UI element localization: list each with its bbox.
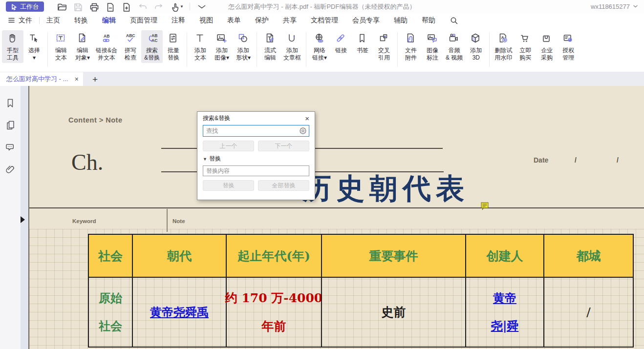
new-tab-button[interactable]: +: [92, 75, 98, 84]
more-tools-button[interactable]: [196, 2, 206, 12]
toolbar-item-license-manage[interactable]: 授权管理: [558, 30, 579, 63]
menu-item-page-manage[interactable]: 页面管理: [130, 16, 157, 25]
add-article-box-icon: [286, 32, 299, 45]
toolbar-separator: [397, 32, 398, 67]
toolbar-item-hand-tool[interactable]: 手型工具: [2, 30, 23, 63]
menu-item-view[interactable]: 视图: [199, 16, 213, 25]
comments-panel-icon[interactable]: [5, 142, 16, 152]
svg-text:AC: AC: [151, 38, 157, 43]
flow-edit-icon: [264, 32, 277, 45]
toolbar-item-file-attachment[interactable]: 文件附件: [400, 30, 422, 63]
undo-button[interactable]: [137, 2, 147, 12]
user-account[interactable]: wx118615277: [591, 3, 638, 10]
panel-expand-handle[interactable]: [21, 216, 25, 223]
menu-item-protect[interactable]: 保护: [255, 16, 269, 25]
toolbar-item-add-3d[interactable]: 添加3D: [465, 30, 487, 63]
menu-search-icon[interactable]: [450, 16, 458, 25]
pages-panel-icon[interactable]: [5, 120, 16, 130]
toolbar-item-add-article-box[interactable]: 添加文章框: [281, 30, 303, 63]
toolbar-item-add-image[interactable]: 添加图像▾: [211, 30, 233, 63]
replace-button[interactable]: 替换: [203, 180, 254, 191]
window-title: 怎么面对高中学习 - 副本.pdf - 福昕PDF编辑器（未经授权的产品）: [229, 2, 416, 11]
toolbar-item-enterprise-purchase[interactable]: 企业采购: [536, 30, 558, 63]
toolbar-item-add-shape[interactable]: 添加形状▾: [233, 30, 254, 63]
left-panel-bar: [0, 86, 21, 349]
founder-link[interactable]: 黄帝: [493, 290, 516, 306]
find-input[interactable]: [203, 125, 309, 137]
replace-input[interactable]: [203, 165, 309, 176]
header-cell-capital: 都城: [543, 235, 633, 277]
save-button[interactable]: [73, 2, 83, 12]
toolbar-separator: [187, 32, 187, 67]
toolbar-item-audio-video[interactable]: 音频& 视频: [443, 30, 465, 63]
menu-item-member[interactable]: 会员专享: [352, 16, 380, 25]
menu-item-help[interactable]: 帮助: [422, 16, 435, 25]
document-tab[interactable]: 怎么面对高中学习 - ... ×: [0, 72, 83, 86]
toolbar-item-link-merge-text[interactable]: AB 链接&合并文本: [93, 30, 120, 63]
next-button[interactable]: 下一个: [258, 141, 309, 151]
document-title: 历史朝代表: [303, 170, 469, 208]
workspace-label: 工作台: [20, 2, 39, 11]
audio-video-icon: [448, 32, 461, 45]
redo-button[interactable]: [153, 2, 163, 12]
cross-reference-icon: [378, 32, 391, 45]
menu-file-label: 文件: [19, 16, 32, 25]
bookmarks-panel-icon[interactable]: [5, 98, 16, 108]
open-file-button[interactable]: [57, 2, 66, 12]
toolbar-item-web-link[interactable]: 网络链接▾: [309, 30, 330, 63]
toolbar-item-select[interactable]: 选择▾: [23, 30, 45, 63]
toolbar-item-buy-now[interactable]: 立即购买: [515, 30, 536, 63]
page-add-button[interactable]: [121, 2, 131, 12]
founder-link[interactable]: 尧|舜: [491, 318, 519, 334]
tab-label: 怎么面对高中学习 - ...: [6, 75, 68, 83]
toolbar-item-cross-reference[interactable]: 交叉引用: [373, 30, 395, 63]
toolbar-item-remove-trial-watermark[interactable]: A 删除试用水印: [492, 30, 515, 63]
menu-item-comment[interactable]: 注释: [172, 16, 185, 25]
header-cell-period: 起止年代(年): [226, 235, 321, 277]
toolbar-item-add-text[interactable]: 添加文本: [190, 30, 211, 63]
search-options-gear-icon[interactable]: [299, 127, 307, 135]
toolbar-item-search-replace[interactable]: ABAC 搜索&替换: [141, 30, 163, 63]
header-cell-founder: 创建人: [465, 235, 543, 277]
app-window: 工作台 ▼ 怎么面对高中学习 - 副本.pdf - 福昕PDF编辑器（未经授权的…: [0, 0, 644, 349]
menu-item-home[interactable]: 主页: [46, 16, 60, 25]
replace-section-toggle[interactable]: ▼ 替换: [203, 155, 309, 163]
menu-item-assist[interactable]: 辅助: [394, 16, 408, 25]
dynasty-link[interactable]: 黄帝尧舜禹: [150, 305, 209, 320]
print-button[interactable]: [89, 2, 99, 12]
menu-item-convert[interactable]: 转换: [74, 16, 88, 25]
tab-close-icon[interactable]: ×: [75, 75, 79, 83]
toolbar-separator: [489, 32, 490, 67]
toolbar-item-edit-object[interactable]: 编辑对象▾: [72, 30, 93, 63]
attachments-panel-icon[interactable]: [5, 164, 16, 174]
page-remove-button[interactable]: [105, 2, 115, 12]
workspace-button[interactable]: 工作台: [6, 1, 44, 12]
sticky-note-annotation-icon[interactable]: [481, 202, 489, 211]
table-row: 原始 社会 黄帝尧舜禹 约 170 万-4000 年前 史前 黄帝: [88, 278, 634, 348]
toolbar-item-link[interactable]: 链接: [330, 30, 352, 56]
toolbar-item-flow-edit[interactable]: 流式编辑: [259, 30, 281, 63]
menu-item-share[interactable]: 共享: [283, 16, 297, 25]
note-label: Note: [172, 218, 185, 224]
menu-separator: [39, 17, 40, 24]
previous-button[interactable]: 上一个: [203, 141, 254, 151]
svg-text:A: A: [501, 35, 504, 40]
menu-item-edit[interactable]: 编辑: [102, 16, 116, 25]
touch-select-button[interactable]: ▼: [170, 2, 184, 12]
toolbar-item-image-annotation[interactable]: 图像标注: [422, 30, 443, 63]
menu-file[interactable]: 文件: [8, 16, 32, 25]
toolbar-item-edit-text[interactable]: 编辑文本: [50, 30, 72, 63]
menu-item-form[interactable]: 表单: [227, 16, 241, 25]
toolbar-item-spell-check[interactable]: ABC 拼写检查: [120, 30, 141, 63]
link-merge-text-icon: AB: [100, 32, 113, 45]
menu-item-doc-manage[interactable]: 文档管理: [311, 16, 338, 25]
header-cell-event: 重要事件: [321, 235, 465, 277]
document-area: Content > Note Ch. 历史朝代表 Date / / Keywor…: [0, 86, 644, 349]
replace-all-button[interactable]: 全部替换: [258, 180, 309, 191]
link-icon: [335, 32, 348, 45]
toolbar-item-bookmark[interactable]: 书签: [352, 30, 373, 56]
collapse-triangle-icon: ▼: [203, 157, 207, 162]
toolbar-item-batch-replace[interactable]: 批量替换: [163, 30, 184, 63]
edit-object-icon: [76, 32, 89, 45]
dialog-close-icon[interactable]: ×: [305, 115, 309, 122]
